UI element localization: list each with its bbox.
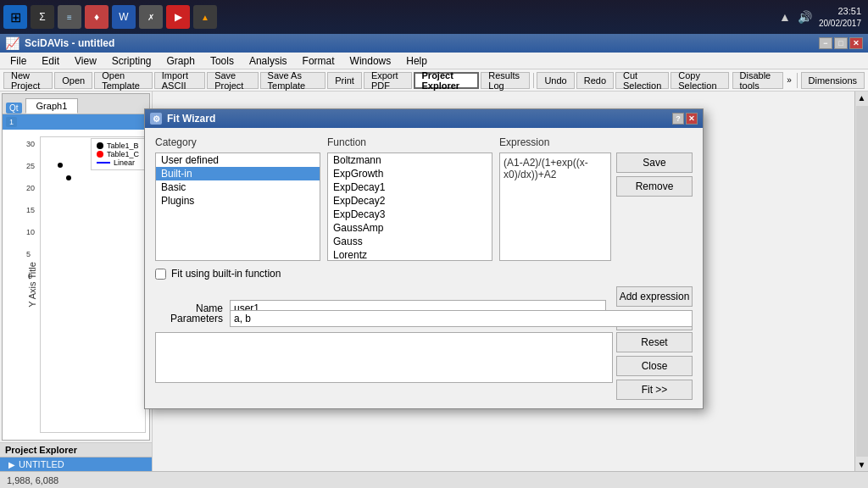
fit-builtin-label[interactable]: Fit using built-in function (171, 268, 281, 280)
function-expdecay3[interactable]: ExpDecay3 (328, 208, 492, 221)
parameters-input[interactable] (230, 310, 693, 327)
taskbar-app-icon2[interactable]: ≡ (58, 5, 81, 29)
save-as-template-button[interactable]: Save As Template (260, 72, 326, 89)
y-tick-15: 15 (26, 206, 35, 214)
function-expdecay1[interactable]: ExpDecay1 (328, 180, 492, 194)
taskbar-app-icon4[interactable]: W (112, 5, 136, 29)
dimensions-button[interactable]: Dimensions (801, 72, 865, 89)
function-list[interactable]: Boltzmann ExpGrowth ExpDecay1 ExpDecay2 … (327, 152, 492, 261)
category-user-defined[interactable]: User defined (156, 153, 320, 167)
graph1-tab[interactable]: Graph1 (25, 98, 79, 114)
dialog-title-controls: ? ✕ (672, 113, 698, 125)
legend-box: Table1_B Table1_C Linear (91, 138, 145, 170)
function-expdecay2[interactable]: ExpDecay2 (328, 194, 492, 208)
category-header: Category (155, 136, 320, 148)
fit-wizard-dialog[interactable]: ⚙ Fit Wizard ? ✕ Category F (144, 108, 704, 409)
y-tick-0: 0 (28, 272, 32, 280)
taskbar-app-icon6[interactable]: ▶ (166, 5, 190, 29)
menu-tools[interactable]: Tools (203, 53, 241, 69)
data-point (58, 163, 63, 168)
taskbar-left: ⊞ Σ ≡ ♦ W ✗ ▶ ▲ (3, 5, 779, 29)
maximize-button[interactable]: □ (834, 37, 848, 49)
remove-button[interactable]: Remove (616, 176, 693, 197)
right-buttons-bottom: Reset Close Fit >> (616, 332, 693, 400)
function-gauss[interactable]: Gauss (328, 235, 492, 248)
dialog-title-bar: ⚙ Fit Wizard ? ✕ (145, 109, 703, 128)
menu-format[interactable]: Format (296, 53, 342, 69)
left-panel: Qt Graph1 1 Y Axis Title 30 25 20 15 1 (0, 92, 153, 471)
scroll-up-arrow[interactable]: ▲ (856, 92, 868, 104)
menu-view[interactable]: View (68, 53, 103, 69)
dialog-help-button[interactable]: ? (672, 113, 684, 125)
fit-button[interactable]: Fit >> (616, 380, 693, 400)
disable-tools-button[interactable]: Disable tools (732, 72, 784, 89)
add-expression-button[interactable]: Add expression (616, 286, 693, 307)
category-basic[interactable]: Basic (156, 180, 320, 194)
expression-column: Expression (499, 136, 611, 151)
open-template-button[interactable]: Open Template (94, 72, 153, 89)
function-boltzmann[interactable]: Boltzmann (328, 153, 492, 167)
data-point (66, 175, 71, 180)
dialog-body: Category Function Expression User (145, 128, 703, 408)
category-plugins[interactable]: Plugins (156, 194, 320, 208)
start-icon[interactable]: ⊞ (3, 5, 27, 29)
menu-windows[interactable]: Windows (343, 53, 398, 69)
right-scrollbar[interactable]: ▲ ▼ (854, 92, 868, 471)
taskbar-app-icon7[interactable]: ▲ (193, 5, 217, 29)
app-close-button[interactable]: ✕ (849, 37, 863, 49)
menu-file[interactable]: File (3, 53, 33, 69)
function-expgrowth[interactable]: ExpGrowth (328, 167, 492, 180)
reset-button[interactable]: Reset (616, 332, 693, 352)
import-ascii-button[interactable]: Import ASCII (154, 72, 205, 89)
graph-tab-bar: Qt Graph1 (3, 94, 149, 114)
menu-scripting[interactable]: Scripting (105, 53, 159, 69)
toolbar-sep2 (797, 73, 798, 88)
project-item-untitled[interactable]: ▶ UNTITLED (0, 458, 152, 471)
right-buttons-top: Save Remove (616, 152, 693, 197)
legend-line-linear (97, 162, 110, 164)
status-text: 1,988, 6,088 (7, 475, 58, 485)
project-explorer: Project Explorer ▶ UNTITLED (0, 442, 152, 471)
open-button[interactable]: Open (54, 72, 92, 89)
menu-analysis[interactable]: Analysis (242, 53, 294, 69)
function-gaussamp[interactable]: GaussAmp (328, 221, 492, 235)
minimize-button[interactable]: − (819, 37, 832, 49)
toolbar-expand-icon[interactable]: » (785, 75, 793, 85)
copy-selection-button[interactable]: Copy Selection (670, 72, 728, 89)
taskbar-app-icon5[interactable]: ✗ (139, 5, 163, 29)
category-built-in[interactable]: Built-in (156, 167, 320, 180)
menu-graph[interactable]: Graph (160, 53, 202, 69)
dialog-close-button[interactable]: ✕ (686, 113, 698, 125)
y-tick-10: 10 (26, 228, 35, 236)
taskbar-right: ▲ 🔊 23:51 20/02/2017 (779, 5, 865, 28)
menu-edit[interactable]: Edit (35, 53, 66, 69)
legend-item-b: Table1_B (97, 141, 139, 150)
function-lorentz[interactable]: Lorentz (328, 248, 492, 261)
expression-left (155, 332, 613, 400)
save-button[interactable]: Save (616, 152, 693, 173)
save-project-button[interactable]: Save Project (207, 72, 258, 89)
print-button[interactable]: Print (327, 72, 362, 89)
legend-dot-b (97, 142, 103, 149)
project-explorer-title: Project Explorer (0, 443, 152, 458)
results-log-button[interactable]: Results Log (481, 72, 529, 89)
project-explorer-button[interactable]: Project Explorer (414, 72, 480, 89)
expression-textarea[interactable] (155, 332, 613, 383)
column-headers: Category Function Expression (155, 136, 693, 151)
lists-row: User defined Built-in Basic Plugins Bolt… (155, 152, 693, 261)
cut-selection-button[interactable]: Cut Selection (615, 72, 669, 89)
y-axis-label: Y Axis Title (27, 262, 37, 308)
close-button[interactable]: Close (616, 356, 693, 376)
category-list[interactable]: User defined Built-in Basic Plugins (155, 152, 320, 261)
function-header: Function (327, 136, 492, 148)
scroll-down-arrow[interactable]: ▼ (856, 458, 868, 471)
menu-help[interactable]: Help (399, 53, 434, 69)
redo-button[interactable]: Redo (576, 72, 614, 89)
export-pdf-button[interactable]: Export PDF (364, 72, 412, 89)
taskbar-app-icon1[interactable]: Σ (31, 5, 54, 29)
fit-builtin-checkbox[interactable] (155, 269, 166, 280)
taskbar-app-icon3[interactable]: ♦ (85, 5, 108, 29)
undo-button[interactable]: Undo (537, 72, 574, 89)
toolbar-separator (533, 73, 534, 88)
new-project-button[interactable]: New Project (3, 72, 53, 89)
